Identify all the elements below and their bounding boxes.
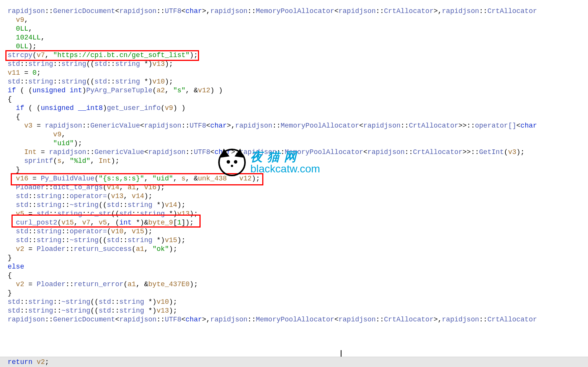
status-return: return	[8, 358, 33, 367]
func-curl-post2: curl_post2	[16, 219, 57, 226]
code-block: rapidjson::GenericDocument<rapidjson::UT…	[0, 0, 588, 326]
status-semi: ;	[45, 358, 49, 367]
func-py-buildvalue: Py_BuildValue	[41, 175, 94, 182]
url-literal: "https://cpi.bt.cn/get_soft_list"	[53, 51, 189, 59]
ns: rapidjson	[8, 7, 45, 15]
cls: GenericDocument	[53, 7, 115, 15]
status-var: v2	[37, 358, 45, 367]
func-strcpy: strcpy	[8, 51, 33, 59]
status-bar: return v2;	[0, 357, 588, 367]
decompiler-view: rapidjson::GenericDocument<rapidjson::UT…	[0, 0, 588, 367]
